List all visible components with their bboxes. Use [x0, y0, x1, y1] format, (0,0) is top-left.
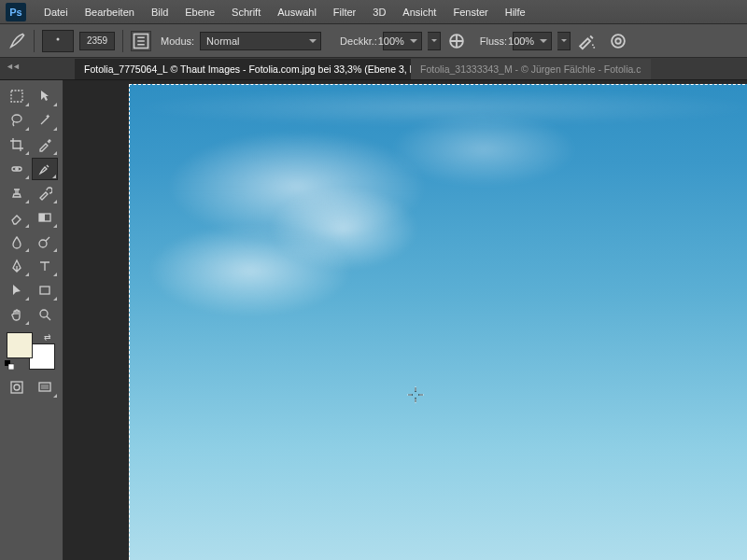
svg-rect-11 — [39, 214, 45, 221]
pressure-opacity-icon[interactable] — [446, 31, 467, 51]
flow-dropdown[interactable] — [557, 32, 571, 50]
brush-preset-picker[interactable] — [42, 30, 74, 52]
crosshair-cursor — [407, 386, 424, 405]
type-tool[interactable] — [32, 255, 58, 277]
airbrush-icon[interactable] — [576, 31, 597, 51]
foreground-color[interactable] — [7, 332, 33, 358]
menu-schrift[interactable]: Schrift — [223, 0, 269, 24]
document-tab-inactive[interactable]: Fotolia_31333343_M - © Jürgen Fälchle - … — [411, 59, 651, 79]
opacity-label: Deckkr.: — [340, 35, 377, 47]
background-color[interactable] — [29, 343, 55, 370]
menu-filter[interactable]: Filter — [325, 0, 364, 24]
brush-size-input[interactable] — [79, 32, 115, 50]
swap-colors-icon[interactable]: ⇄ — [44, 332, 51, 342]
svg-point-12 — [39, 240, 47, 247]
history-brush-tool[interactable] — [32, 182, 58, 204]
brush-panel-toggle[interactable] — [131, 31, 151, 51]
gradient-tool[interactable] — [32, 206, 58, 229]
default-colors-icon[interactable] — [5, 360, 14, 370]
eyedropper-tool[interactable] — [32, 133, 58, 156]
mode-label: Modus: — [161, 35, 194, 47]
dodge-tool[interactable] — [32, 231, 58, 253]
brush-tool[interactable] — [32, 158, 58, 180]
flow-input[interactable]: 100% — [513, 32, 552, 50]
svg-point-3 — [592, 44, 594, 46]
document-tab-active[interactable]: Fotolia_7775064_L © Thaut Images - Fotol… — [75, 59, 411, 79]
opacity-value: 100% — [378, 35, 404, 47]
healing-brush-tool[interactable] — [4, 158, 30, 180]
image-canvas[interactable] — [129, 84, 747, 560]
path-selection-tool[interactable] — [4, 279, 30, 301]
pen-tool[interactable] — [4, 255, 30, 277]
tab-label: Fotolia_31333343_M - © Jürgen Fälchle - … — [420, 63, 641, 75]
clone-stamp-tool[interactable] — [4, 182, 30, 204]
opacity-input[interactable]: 100% — [383, 32, 422, 50]
canvas-area[interactable] — [63, 80, 747, 560]
app-logo: Ps — [6, 3, 26, 21]
menu-datei[interactable]: Datei — [35, 0, 77, 24]
svg-point-5 — [612, 35, 625, 48]
opacity-dropdown[interactable] — [428, 32, 441, 50]
magic-wand-tool[interactable] — [32, 109, 58, 132]
eraser-tool[interactable] — [4, 206, 30, 229]
lasso-tool[interactable] — [4, 109, 30, 132]
menu-ansicht[interactable]: Ansicht — [394, 0, 444, 24]
blend-mode-value: Normal — [206, 35, 239, 47]
flow-value: 100% — [508, 35, 534, 47]
quick-mask-tool[interactable] — [4, 376, 30, 399]
crop-tool[interactable] — [4, 133, 30, 156]
menu-3d[interactable]: 3D — [364, 0, 394, 24]
move-tool[interactable] — [32, 85, 58, 107]
tab-label: Fotolia_7775064_L © Thaut Images - Fotol… — [84, 63, 411, 75]
tool-preset-picker[interactable] — [7, 33, 26, 49]
main-area: ⇄ — [0, 80, 747, 560]
menu-bearbeiten[interactable]: Bearbeiten — [77, 0, 143, 24]
screen-mode-tool[interactable] — [32, 376, 58, 399]
options-bar: Modus: Normal Deckkr.: 100% Fluss: 100% — [0, 24, 747, 58]
svg-rect-7 — [11, 91, 22, 102]
hand-tool[interactable] — [4, 303, 30, 326]
marquee-tool[interactable] — [4, 85, 30, 107]
menu-fenster[interactable]: Fenster — [444, 0, 496, 24]
blend-mode-dropdown[interactable]: Normal — [200, 32, 321, 50]
pressure-size-icon[interactable] — [608, 31, 628, 51]
svg-point-0 — [57, 37, 60, 40]
svg-point-18 — [14, 385, 20, 390]
svg-point-6 — [615, 38, 621, 44]
menu-bar: Ps Datei Bearbeiten Bild Ebene Schrift A… — [0, 0, 747, 24]
svg-rect-13 — [40, 287, 49, 294]
blur-tool[interactable] — [4, 231, 30, 253]
svg-rect-20 — [41, 385, 49, 389]
collapse-arrows-icon[interactable]: ◄◄ — [6, 62, 19, 71]
flow-label: Fluss: — [480, 35, 507, 47]
zoom-tool[interactable] — [32, 303, 58, 326]
svg-point-4 — [593, 46, 595, 48]
color-swatch: ⇄ — [5, 332, 57, 370]
menu-bild[interactable]: Bild — [143, 0, 176, 24]
svg-rect-17 — [11, 382, 22, 393]
shape-tool[interactable] — [32, 279, 58, 301]
toolbox: ⇄ — [0, 80, 63, 560]
svg-point-14 — [40, 310, 48, 317]
menu-auswahl[interactable]: Auswahl — [269, 0, 325, 24]
menu-hilfe[interactable]: Hilfe — [497, 0, 534, 24]
menu-ebene[interactable]: Ebene — [176, 0, 223, 24]
svg-rect-16 — [8, 364, 14, 370]
document-tab-bar: ◄◄ Fotolia_7775064_L © Thaut Images - Fo… — [0, 58, 747, 80]
